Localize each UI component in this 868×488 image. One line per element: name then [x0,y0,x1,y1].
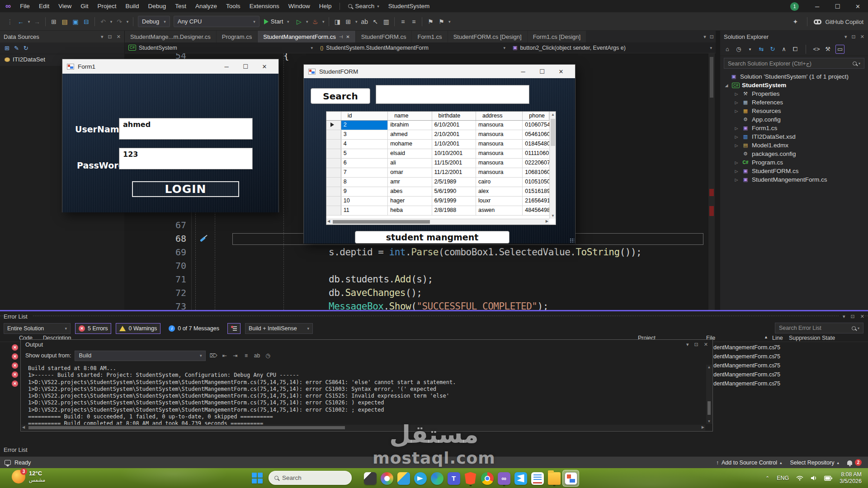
edge-icon[interactable] [429,470,445,487]
error-file[interactable]: dentMangementForm.cs [713,353,774,360]
maximize-button[interactable]: ☐ [236,63,255,70]
grid-cell[interactable]: 5/6/1990 [432,187,476,196]
grid-cell[interactable]: hager [388,197,432,206]
menu-item-view[interactable]: View [54,0,76,12]
collapse-all-icon[interactable]: ∧ [780,45,788,54]
grid-vscrollbar[interactable]: ▲▼ [549,112,556,219]
new-project-icon[interactable]: ⊞ [49,16,58,27]
grid-cell[interactable]: abes [388,187,432,196]
grid-hscrollbar[interactable]: ◀▶ [326,219,549,225]
grid-cell[interactable]: ali [388,159,432,168]
chrome-icon[interactable] [479,470,495,487]
messages-filter-button[interactable]: i 0 of 7 Messages [165,323,223,334]
tree-item-properties[interactable]: ▷⚒Properties [720,89,868,98]
error-line[interactable]: 75 [774,380,780,387]
errors-filter-button[interactable]: ✕ 5 Errors [75,323,111,334]
grid-row[interactable]: 9abes5/6/1990alex01516189 [326,187,549,197]
expand-icon[interactable]: ▷ [734,100,739,105]
undo-icon[interactable]: ↶ [99,16,108,27]
close-icon[interactable]: ✕ [860,34,864,40]
source-dropdown[interactable]: Build + IntelliSense▾ [245,323,313,334]
caret-down-icon[interactable]: ▾ [27,16,31,27]
visualstudio-icon[interactable]: ∞ [495,470,512,487]
tree-item-form1-cs[interactable]: ▷▣Form1.cs [720,124,868,132]
show-all-files-icon[interactable]: ▭ [835,45,844,54]
file-explorer-icon[interactable] [546,470,562,487]
output-hscrollbar[interactable]: ◀▶ [21,425,705,431]
output-vscrollbar[interactable]: ▲▼ [706,365,712,424]
tab-options-icon[interactable]: ⊡ [710,34,714,40]
tree-item-studentform-cs[interactable]: ▷▣StudentFORM.cs [720,167,868,175]
row-selector[interactable] [326,121,341,130]
close-button[interactable]: ✕ [848,0,868,13]
grid-cell[interactable]: 02220607 [523,159,549,168]
grid-col-phone[interactable]: phone [523,112,549,120]
add-to-source-control[interactable]: ↑Add to Source Control▴ [716,460,782,466]
hot-reload-icon[interactable]: ♨ [311,16,320,27]
store-icon[interactable] [395,470,412,487]
outdent-icon[interactable]: ≡ [409,16,418,27]
studentform-titlebar[interactable]: StudentFORM ─ ☐ ✕ [304,65,575,78]
grid-cell[interactable]: aswen [476,206,523,215]
tab-overflow-icon[interactable]: ▾ [703,34,706,40]
breadcrumb-project[interactable]: C# StudentSystem▾ [125,42,316,53]
error-file[interactable]: dentMangementForm.cs [713,380,774,387]
caret-down-icon[interactable]: ▾ [746,45,754,54]
menu-item-edit[interactable]: Edit [34,0,54,12]
form1-titlebar[interactable]: Form1 ─ ☐ ✕ [62,59,278,74]
menu-item-project[interactable]: Project [93,0,121,12]
grid-cell[interactable]: 48456498 [523,206,549,215]
grid-cell[interactable]: 11/15/2001 [432,159,476,168]
scope-icon[interactable]: ⧠ [792,45,799,54]
document-icon[interactable] [529,470,546,487]
grid-cell[interactable]: 21656491 [523,197,549,206]
tab-studentmangementform-cs[interactable]: StudentMangementForm.cs⊣✕ [258,31,356,42]
caret-down-icon[interactable]: ▾ [101,34,104,40]
warnings-filter-button[interactable]: 0 Warnings [116,323,160,334]
row-selector[interactable] [326,168,341,177]
caret-down-icon[interactable]: ▾ [354,16,359,27]
grid-cell[interactable]: amr [388,178,432,187]
grid-cell[interactable]: 10 [341,197,388,206]
grid-cell[interactable]: mansoura [476,140,523,149]
save-all-icon[interactable]: ⊟ [82,16,91,27]
clear-output-icon[interactable]: ⌦ [209,352,217,359]
tree-item-studentmangementform-cs[interactable]: ▷▣StudentMangementForm.cs [720,175,868,184]
grid-cell[interactable]: 2/8/1988 [432,206,476,215]
grid-cell[interactable]: 11 [341,206,388,215]
volume-icon[interactable] [811,475,817,481]
error-line[interactable]: 75 [774,371,780,378]
tree-item-packages-config[interactable]: ⚙packages.config [720,150,868,158]
student-mangment-button[interactable]: student mangment [355,231,509,244]
menu-item-debug[interactable]: Debug [144,0,171,12]
grid-row[interactable]: 2ibrahim6/10/2001mansoura01060754 [326,121,549,130]
vscode-icon[interactable] [512,470,529,487]
grid-cell[interactable]: mansoura [476,130,523,139]
edit-icon[interactable]: ✎ [14,45,19,52]
tab-studentmange-m-designer-cs[interactable]: StudentMange...m.Designer.cs [125,31,217,42]
quick-actions-icon[interactable] [199,234,208,243]
grid-cell[interactable]: 3 [341,130,388,139]
menu-item-window[interactable]: Window [284,0,315,12]
code-line-71[interactable]: 71db.students.Add(s); [125,272,716,286]
spellcheck-icon[interactable]: ab [360,16,369,27]
grid-cell[interactable]: 2/10/2001 [432,130,476,139]
feedback-icon[interactable] [5,460,11,465]
row-selector[interactable] [326,197,341,206]
close-icon[interactable]: ✕ [704,342,708,347]
menu-item-help[interactable]: Help [315,0,336,12]
telegram-icon[interactable] [412,470,429,487]
caret-down-icon[interactable]: ▾ [109,16,113,27]
battery-icon[interactable] [824,476,832,481]
studentform-search-input[interactable] [376,85,529,104]
taskbar-search[interactable]: Search [269,471,352,485]
menu-search[interactable]: Search ▾ [344,3,383,9]
code-line-72[interactable]: 72db.SaveChanges(); [125,286,716,300]
grid-cell[interactable]: 05461060 [523,130,549,139]
select-repository[interactable]: Select Repository▴ [790,460,840,466]
grid-cell[interactable]: 8 [341,178,388,187]
grid-cell[interactable]: ahmed [388,130,432,139]
refresh-icon[interactable]: ↻ [769,45,776,54]
grid-col-birthdate[interactable]: birthdate [432,112,476,120]
pin-icon[interactable]: ⊡ [108,34,112,40]
